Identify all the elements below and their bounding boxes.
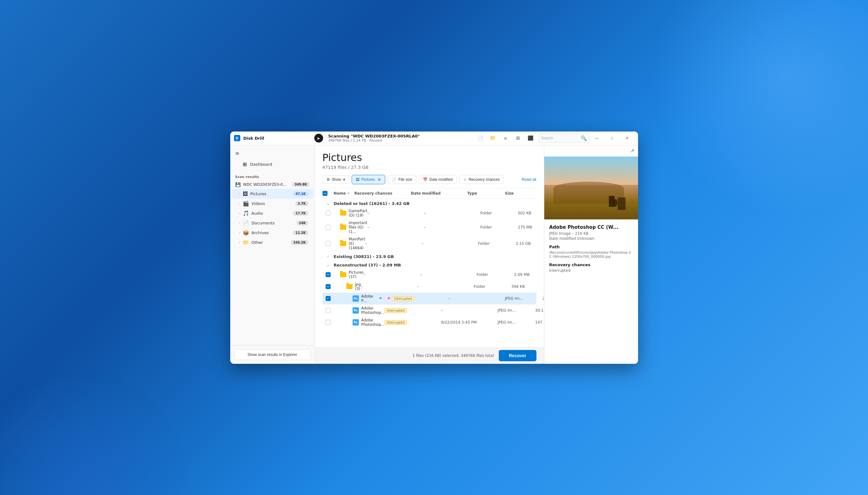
date-cell: 9/22/2014 3:45 PM [441,320,497,325]
checkbox-cell [322,211,334,216]
sidebar-item-other[interactable]: › 📁 Other 246.2K [231,238,313,248]
minimize-button[interactable]: — [590,133,604,143]
title-bar-toolbar: 📄 📁 ≡ ⊞ ⬛ 🔍 [476,133,590,143]
group-row-existing[interactable]: › Existing (30821) - 23.9 GB [322,252,536,260]
checkbox-cell [322,241,334,246]
list-view-button[interactable]: ≡ [501,133,511,143]
hamburger-icon[interactable]: ≡ [235,150,240,156]
pictures-filter-label: Pictures [361,177,375,182]
show-in-explorer-button[interactable]: Show scan results in Explorer [234,349,311,360]
bottom-bar: 1 files (216 KB) selected, 349766 files … [315,347,544,364]
row-checkbox[interactable] [325,225,331,230]
close-button[interactable]: ✕ [620,133,634,143]
file-row[interactable]: MainPart (E) (14664) – – Folder 3.15 GB [322,235,536,252]
dashboard-label: Dashboard [250,162,272,167]
pictures-filter-button[interactable]: 🖼 Pictures ✕ [352,175,385,184]
open-folder-button[interactable]: 📁 [488,133,498,143]
show-filter-button[interactable]: ⚙ Show ▾ [322,175,349,184]
panel-info: Adobe Photoshop CC (W... JPEG Image – 21… [544,219,638,278]
sidebar-item-videos[interactable]: › 🎬 Videos 3.7K [231,199,313,208]
col-name: Name ↓ [334,191,354,196]
select-all-checkbox[interactable]: − [322,191,327,196]
sidebar-item-documents[interactable]: › 📄 Documents 24K [231,218,313,228]
folder-icon [340,272,346,277]
right-panel: ↗ Adobe Photoshop CC (W... JPEG Image – … [544,145,638,364]
sidebar-footer: Show scan results in Explorer [230,345,315,364]
file-name: jpg (3) [355,282,361,291]
file-row[interactable]: Ps Adobe Photoshop... Interrupted – JPEG… [322,305,536,317]
maximize-button[interactable]: □ [605,133,619,143]
date-modified-filter-button[interactable]: 📅 Date modified [419,175,457,184]
sidebar-badge-videos: 3.7K [295,201,308,206]
date-cell: – [424,211,480,215]
row-checkbox[interactable]: − [325,272,331,277]
row-checkbox[interactable] [325,241,331,246]
file-size-filter-button[interactable]: 📄 File size [388,175,416,184]
row-checkbox[interactable] [325,308,331,313]
date-cell: – [448,296,505,301]
cat-icon-videos: 🎬 [243,201,249,207]
row-checkbox[interactable]: ✓ [325,296,331,301]
file-row[interactable]: − Pictures (37) – – Folder 2.09 MB [322,269,536,280]
app-title: Disk Drill [244,136,264,141]
file-name: Adobe P... [361,294,373,303]
search-box: 🔍 [538,134,590,143]
sidebar-label-pictures: Pictures [250,191,266,196]
cat-icon-documents: 📄 [243,220,249,226]
new-file-button[interactable]: 📄 [476,133,485,143]
group-row-deleted[interactable]: ⌄ Deleted or lost (16261) - 3.42 GB [322,199,536,207]
type-cell: JPEG Im... [505,296,543,301]
drive-item[interactable]: 💾 WDC WD2003FZEX-0... 349.8K [230,180,315,189]
window-controls: — □ ✕ [590,133,634,143]
pictures-filter-remove[interactable]: ✕ [377,177,381,182]
sidebar-item-archives[interactable]: › 📦 Archives 11.2K [231,228,313,238]
file-row[interactable]: Important files (G) (1... – – Folder 275… [322,219,536,235]
table-container: − Name ↓ Recovery chances Date modified … [315,188,544,347]
search-input[interactable] [541,136,579,140]
group-row-reconstructed[interactable]: ⌄ Reconstructed (37) - 2.09 MB [322,260,536,269]
grid-view-button[interactable]: ⊞ [513,133,523,143]
checkbox-cell: − [322,284,334,289]
scan-info: Scanning "WDC WD2003FZEX-00SRLA0" 349766… [328,134,420,142]
type-cell: Folder [477,272,514,277]
row-checkbox[interactable]: − [325,284,331,289]
recovery-chances-filter-button[interactable]: ☆ Recovery chances [459,175,504,184]
recovery-col: – [367,225,424,229]
sidebar-label-videos: Videos [252,201,265,206]
cat-icon-other: 📁 [243,239,249,245]
size-cell: 147 KB [535,320,544,325]
file-size-label: File size [398,177,412,182]
row-checkbox[interactable] [325,320,331,325]
play-icon[interactable]: ▶ [314,134,323,142]
size-cell: 502 KB [518,211,544,215]
type-cell: JPEG Im... [497,320,535,325]
preview-action-icon[interactable]: 👁 [377,295,384,302]
row-checkbox[interactable] [325,211,331,216]
group-toggle[interactable]: › [322,254,334,259]
folder-icon [346,284,353,289]
name-cell: MainPart (E) (14664) [334,237,365,250]
app-icon: D [234,135,240,141]
recovery-cell: – [367,225,369,229]
sidebar-item-pictures[interactable]: › 🖼 Pictures 47.1K [231,189,313,199]
file-row[interactable]: GamePart (D) (19) – – Folder 502 KB [322,207,536,219]
size-cell: 2.09 MB [514,272,544,277]
recovery-col: – [364,272,420,277]
photoshop-icon: Ps [353,295,359,302]
star-icon: ☆ [463,177,467,182]
sidebar-item-audio[interactable]: › 🎵 Audio 17.7K [231,208,313,218]
file-row[interactable]: Ps Adobe Photoshop... Interrupted 9/22/2… [322,317,536,328]
split-view-button[interactable]: ⬛ [526,133,536,143]
file-name: Adobe Photoshop... [361,318,385,327]
hash-action-icon[interactable]: # [386,295,392,302]
reset-all-button[interactable]: Reset all [522,177,536,182]
file-row[interactable]: ✓ Ps Adobe P... 👁 # Interrupted – JPEG I… [322,292,536,305]
file-row[interactable]: − jpg (3) – – Folder 394 KB [322,280,536,292]
name-cell: jpg (3) [334,282,361,291]
group-toggle[interactable]: ⌄ [322,201,334,206]
recover-button[interactable]: Recover [499,350,536,361]
dashboard-nav-item[interactable]: ⊞ Dashboard [238,159,307,170]
open-external-button[interactable]: ↗ [630,148,634,154]
group-toggle[interactable]: ⌄ [322,263,334,268]
page-title: Pictures [322,152,536,164]
